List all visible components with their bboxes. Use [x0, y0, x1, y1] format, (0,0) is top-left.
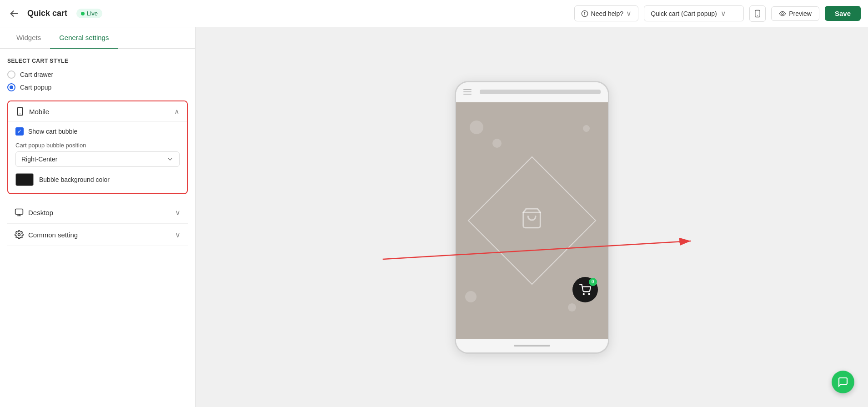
tab-general-settings[interactable]: General settings [50, 27, 118, 49]
tab-widgets[interactable]: Widgets [7, 27, 50, 49]
tabs-bar: Widgets General settings [0, 27, 195, 49]
main-layout: Widgets General settings SELECT CART STY… [0, 27, 868, 407]
settings-content: SELECT CART STYLE Cart drawer Cart popup [0, 49, 195, 407]
svg-rect-5 [15, 209, 23, 215]
desktop-icon [15, 208, 24, 217]
mobile-section-header[interactable]: Mobile ∧ [8, 101, 187, 121]
preview-area: 0 [196, 27, 868, 407]
radio-cart-popup[interactable]: Cart popup [7, 83, 188, 91]
radio-cart-drawer[interactable]: Cart drawer [7, 70, 188, 79]
mobile-section-body: ✓ Show cart bubble Cart popup bubble pos… [8, 121, 187, 193]
bubble-bg-color-swatch[interactable] [15, 173, 34, 186]
preview-button[interactable]: Preview [771, 6, 819, 21]
svg-point-9 [588, 293, 589, 294]
app-header: Quick cart Live Need help? ∨ Quick cart … [0, 0, 868, 27]
desktop-section-chevron-icon: ∨ [175, 208, 181, 217]
help-chevron-icon: ∨ [626, 9, 632, 18]
live-badge: Live [76, 9, 102, 18]
cart-style-radio-group: Cart drawer Cart popup [7, 70, 188, 91]
float-circle-3 [583, 125, 590, 132]
radio-circle-popup [7, 83, 15, 91]
phone-bottom-bar [456, 339, 608, 352]
bubble-bg-color-row: Bubble background color [15, 173, 180, 186]
svg-point-8 [583, 293, 584, 294]
show-cart-bubble-row[interactable]: ✓ Show cart bubble [15, 127, 180, 136]
cart-style-heading: SELECT CART STYLE [7, 58, 188, 64]
bubble-position-select[interactable]: Right-Center [15, 151, 180, 167]
desktop-section-header[interactable]: Desktop ∨ [7, 201, 188, 223]
common-setting-section-header[interactable]: Common setting ∨ [7, 224, 188, 246]
phone-content-area: 0 [456, 102, 608, 339]
app-title: Quick cart [27, 9, 67, 18]
phone-top-bar [456, 82, 608, 102]
selector-chevron-icon: ∨ [721, 9, 726, 18]
mobile-section-chevron-icon: ∧ [174, 107, 180, 116]
live-dot-icon [81, 12, 85, 15]
desktop-section-header-left: Desktop [15, 208, 53, 217]
help-button[interactable]: Need help? ∨ [574, 5, 639, 21]
bag-illustration [467, 156, 596, 285]
float-circle-2 [492, 139, 502, 148]
phone-mockup: 0 [455, 81, 609, 354]
desktop-section: Desktop ∨ [7, 201, 188, 224]
float-circle-1 [470, 121, 483, 134]
show-cart-bubble-checkbox[interactable]: ✓ [15, 127, 24, 136]
float-circle-4 [465, 291, 477, 302]
float-circle-5 [568, 303, 576, 312]
radio-circle-drawer [7, 70, 15, 79]
phone-top-bar-placeholder [480, 90, 601, 94]
common-setting-header-left: Common setting [15, 230, 78, 239]
mobile-icon [15, 107, 25, 116]
mobile-view-button[interactable] [749, 5, 766, 22]
phone-menu-icon [463, 89, 472, 95]
common-section-chevron-icon: ∨ [175, 231, 181, 239]
position-select-chevron-icon [166, 156, 174, 163]
common-setting-section: Common setting ∨ [7, 224, 188, 246]
svg-point-6 [18, 234, 20, 236]
svg-point-3 [782, 13, 783, 15]
left-panel: Widgets General settings SELECT CART STY… [0, 27, 196, 407]
cart-icon [579, 284, 591, 296]
bag-inner-icon [521, 206, 543, 234]
save-button[interactable]: Save [825, 6, 861, 21]
svg-point-1 [584, 12, 585, 12]
phone-home-bar [514, 345, 550, 347]
back-button[interactable] [7, 6, 22, 21]
bubble-position-label: Cart popup bubble position [15, 142, 180, 149]
view-selector-dropdown[interactable]: Quick cart (Cart popup) ∨ [644, 5, 744, 21]
mobile-section-header-left: Mobile [15, 107, 49, 116]
cart-badge: 0 [589, 278, 597, 286]
mobile-section: Mobile ∧ ✓ Show cart bubble Cart popup b… [7, 100, 188, 194]
chat-icon [838, 377, 848, 387]
chat-bubble-button[interactable] [832, 371, 854, 393]
gear-icon [15, 230, 24, 239]
cart-bubble[interactable]: 0 [572, 277, 598, 302]
